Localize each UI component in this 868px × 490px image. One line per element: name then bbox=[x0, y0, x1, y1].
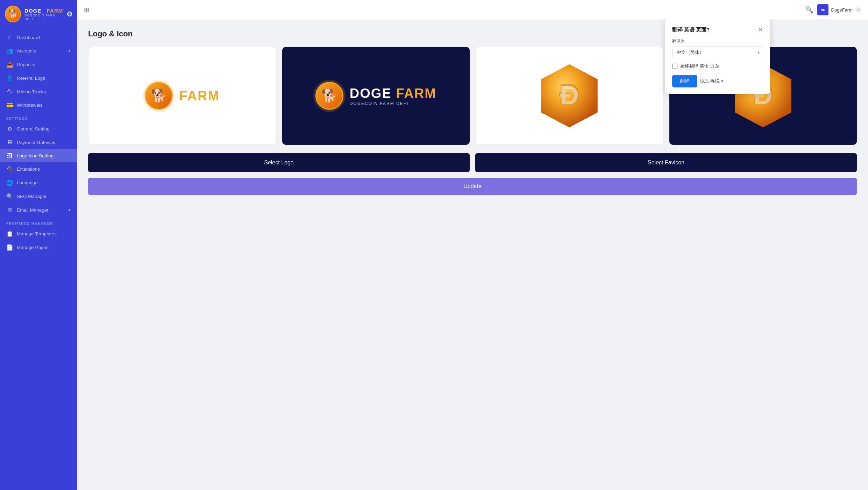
translate-label: 翻译为 bbox=[672, 38, 763, 44]
sidebar-label-seo-manager: SEO Manager bbox=[17, 194, 47, 199]
dashboard-icon: ⌂ bbox=[6, 34, 13, 41]
select-logo-button[interactable]: Select Logo bbox=[88, 153, 470, 172]
sidebar-label-general-setting: General Setting bbox=[17, 126, 50, 132]
sidebar-label-manage-pages: Manage Pages bbox=[17, 245, 49, 250]
logo-card-icon-light: Ð Ð bbox=[475, 47, 664, 145]
sidebar-item-withdrawals[interactable]: 💳 Withdrawals bbox=[0, 98, 77, 112]
update-button[interactable]: Update bbox=[88, 178, 857, 195]
settings-section-label: SETTINGS bbox=[0, 112, 77, 122]
topbar-user[interactable]: DF DogeFarm ☆ bbox=[817, 4, 861, 15]
deposits-icon: 📥 bbox=[6, 61, 13, 68]
page-body: Logo & Icon 🐕 FARM 🐕 DOGE FARM D bbox=[77, 20, 868, 490]
logo-subtitle-text: DOGECOIN FARM DEFI bbox=[350, 101, 436, 106]
main-content: ⊞ 🔍 DF DogeFarm ☆ Logo & Icon 🐕 FARM bbox=[77, 0, 868, 490]
coin-svg-light: Ð Ð bbox=[536, 63, 603, 129]
logo-light-content: 🐕 FARM bbox=[145, 82, 220, 110]
logo-doge-text: DOGE FARM DOGECOIN FARM DEFI bbox=[350, 86, 436, 106]
sidebar-item-payment-gateway[interactable]: 🖥 Payment Gateway bbox=[0, 136, 77, 149]
payment-gateway-icon: 🖥 bbox=[6, 139, 13, 145]
sidebar-item-seo-manager[interactable]: 🔍 SEO Manager bbox=[0, 190, 77, 203]
sidebar-item-extensions[interactable]: 🔌 Extensions bbox=[0, 162, 77, 176]
translate-language-select[interactable]: 中文（简体） English 日本語 bbox=[672, 47, 763, 58]
brand-subtitle: DOGECOIN FARM DEFI bbox=[24, 14, 64, 21]
sidebar-label-email-manager: Email Manager bbox=[17, 207, 49, 213]
email-manager-icon: ✉ bbox=[6, 207, 13, 213]
topbar-username: DogeFarm bbox=[831, 7, 853, 13]
expand-icon[interactable]: ⊞ bbox=[84, 6, 89, 14]
mining-tracks-icon: ⛏ bbox=[6, 88, 13, 95]
translate-popup-title: 翻译 英语 页面? bbox=[672, 27, 710, 33]
sidebar-item-general-setting[interactable]: ⚙ General Setting bbox=[0, 122, 77, 136]
svg-text:Ð: Ð bbox=[560, 80, 579, 110]
brand-dot bbox=[67, 12, 72, 16]
referral-logs-icon: 👤 bbox=[6, 75, 13, 81]
sidebar-item-dashboard[interactable]: ⌂ Dashboard bbox=[0, 31, 77, 44]
extensions-icon: 🔌 bbox=[6, 166, 13, 172]
sidebar-label-deposits: Deposits bbox=[17, 62, 35, 67]
sidebar-nav: ⌂ Dashboard 👥 Accounts ▾ 📥 Deposits 👤 Re… bbox=[0, 28, 77, 490]
translate-checkbox-row: 始终翻译 英语 页面 bbox=[672, 63, 763, 69]
logo-dark-content: 🐕 DOGE FARM DOGECOIN FARM DEFI bbox=[315, 82, 436, 110]
translate-later-chevron-icon: ▾ bbox=[721, 79, 723, 84]
translate-later-button[interactable]: 以后再说 ▾ bbox=[700, 78, 723, 84]
seo-manager-icon: 🔍 bbox=[6, 193, 13, 200]
brand-avatar: 🐕 bbox=[5, 6, 21, 22]
sidebar-item-language[interactable]: 🌐 Language bbox=[0, 176, 77, 190]
withdrawals-icon: 💳 bbox=[6, 102, 13, 108]
user-avatar: DF bbox=[817, 4, 828, 15]
action-buttons-row: Select Logo Select Favicon bbox=[88, 153, 857, 172]
logo-icon-setting-icon: 🖼 bbox=[6, 152, 13, 159]
sidebar-item-accounts[interactable]: 👥 Accounts ▾ bbox=[0, 44, 77, 58]
translate-confirm-button[interactable]: 翻译 bbox=[672, 75, 697, 87]
language-icon: 🌐 bbox=[6, 179, 13, 186]
sidebar: 🐕 DOGE FARM DOGECOIN FARM DEFI ⌂ Dashboa… bbox=[0, 0, 77, 490]
topbar-badge: ☆ bbox=[855, 7, 861, 13]
brand-header[interactable]: 🐕 DOGE FARM DOGECOIN FARM DEFI bbox=[0, 0, 77, 28]
manage-templates-icon: 📋 bbox=[6, 230, 13, 237]
translate-later-label: 以后再说 bbox=[700, 78, 720, 84]
accounts-chevron-icon: ▾ bbox=[69, 49, 71, 53]
sidebar-item-manage-pages[interactable]: 📄 Manage Pages bbox=[0, 241, 77, 254]
sidebar-item-logo-icon-setting[interactable]: 🖼 Logo Icon Setting bbox=[0, 149, 77, 162]
manage-pages-icon: 📄 bbox=[6, 244, 13, 251]
sidebar-label-logo-icon-setting: Logo Icon Setting bbox=[17, 153, 54, 158]
sidebar-label-accounts: Accounts bbox=[17, 48, 36, 54]
sidebar-item-referral-logs[interactable]: 👤 Referral Logs bbox=[0, 71, 77, 85]
translate-always-label: 始终翻译 英语 页面 bbox=[680, 63, 719, 69]
sidebar-item-mining-tracks[interactable]: ⛏ Mining Tracks bbox=[0, 85, 77, 98]
logo-card-light: 🐕 FARM bbox=[88, 47, 277, 145]
translate-always-checkbox[interactable] bbox=[672, 64, 677, 69]
logo-farm-text: FARM bbox=[179, 88, 220, 104]
sidebar-item-deposits[interactable]: 📥 Deposits bbox=[0, 58, 77, 71]
sidebar-label-mining-tracks: Mining Tracks bbox=[17, 89, 46, 94]
sidebar-label-language: Language bbox=[17, 180, 38, 185]
general-setting-icon: ⚙ bbox=[6, 126, 13, 132]
accounts-icon: 👥 bbox=[6, 48, 13, 54]
brand-farm: FARM bbox=[47, 8, 63, 14]
translate-popup-close-button[interactable]: ✕ bbox=[758, 26, 763, 34]
sidebar-item-manage-templates[interactable]: 📋 Manage Templates bbox=[0, 227, 77, 241]
sidebar-label-dashboard: Dashboard bbox=[17, 35, 40, 40]
brand-doge: DOGE bbox=[24, 8, 41, 14]
translate-popup: 翻译 英语 页面? ✕ 翻译为 中文（简体） English 日本語 ▾ 始终翻… bbox=[665, 20, 770, 94]
topbar: ⊞ 🔍 DF DogeFarm ☆ bbox=[77, 0, 868, 20]
logo-coin-light: 🐕 bbox=[145, 82, 173, 110]
sidebar-label-referral-logs: Referral Logs bbox=[17, 76, 45, 81]
svg-text:DF: DF bbox=[821, 8, 825, 12]
brand-text: DOGE FARM DOGECOIN FARM DEFI bbox=[24, 8, 64, 21]
search-icon[interactable]: 🔍 bbox=[805, 6, 813, 14]
sidebar-label-payment-gateway: Payment Gateway bbox=[17, 140, 55, 145]
sidebar-item-email-manager[interactable]: ✉ Email Manager ▾ bbox=[0, 203, 77, 217]
logo-title-text: DOGE FARM bbox=[350, 86, 436, 101]
sidebar-label-manage-templates: Manage Templates bbox=[17, 231, 57, 236]
sidebar-label-extensions: Extensions bbox=[17, 166, 40, 172]
translate-action-buttons: 翻译 以后再说 ▾ bbox=[672, 75, 763, 87]
logo-card-dark: 🐕 DOGE FARM DOGECOIN FARM DEFI bbox=[282, 47, 470, 145]
sidebar-label-withdrawals: Withdrawals bbox=[17, 102, 43, 108]
frontend-section-label: FRONTEND MANAGER bbox=[0, 217, 77, 227]
brand-name: DOGE FARM bbox=[24, 8, 64, 14]
translate-popup-header: 翻译 英语 页面? ✕ bbox=[672, 26, 763, 34]
email-manager-chevron-icon: ▾ bbox=[69, 208, 71, 212]
translate-select-wrapper: 中文（简体） English 日本語 ▾ bbox=[672, 47, 763, 58]
select-favicon-button[interactable]: Select Favicon bbox=[475, 153, 857, 172]
